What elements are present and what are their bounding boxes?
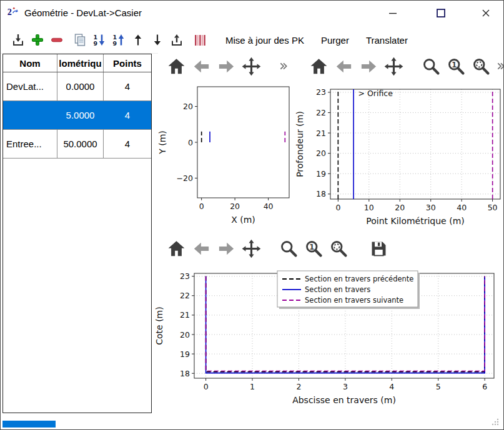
home-icon[interactable] [167, 57, 186, 76]
svg-text:Section en travers suivante: Section en travers suivante [305, 296, 403, 305]
column-header-points[interactable]: Points [104, 54, 151, 72]
svg-text:0: 0 [199, 202, 204, 211]
column-header-pk[interactable]: lométriqu [57, 54, 104, 72]
translate-button[interactable]: Translater [360, 32, 414, 49]
cross-section-plot[interactable]: 0123456181920212223Abscisse en travers (… [154, 266, 504, 419]
forward-icon[interactable] [217, 239, 236, 258]
resize-grip[interactable] [490, 417, 500, 426]
svg-text:21: 21 [316, 129, 326, 138]
svg-text:2: 2 [296, 382, 301, 391]
purge-button[interactable]: Purger [315, 32, 355, 49]
cell-points: 4 [104, 130, 151, 158]
cell-nom: DevLat... [3, 72, 57, 100]
column-header-nom[interactable]: Nom [3, 54, 57, 72]
svg-text:18: 18 [316, 189, 326, 198]
svg-text:18: 18 [180, 369, 190, 378]
save-icon[interactable] [369, 239, 388, 258]
svg-text:Y (m): Y (m) [157, 130, 167, 155]
status-progress-strip [2, 421, 56, 428]
svg-text:Abscisse en travers (m): Abscisse en travers (m) [292, 395, 396, 405]
svg-text:X (m): X (m) [231, 215, 255, 225]
back-icon[interactable] [192, 57, 211, 76]
titlebar: 2 Géométrie - DevLat->Casier [1, 1, 503, 24]
svg-text:19: 19 [180, 349, 190, 359]
svg-text:−20: −20 [177, 173, 193, 183]
svg-text:40: 40 [457, 203, 467, 212]
overflow-chevron-icon[interactable] [279, 61, 289, 72]
svg-text:0: 0 [188, 138, 193, 147]
import-icon[interactable] [11, 32, 26, 47]
table-row[interactable]: DevLat... 0.0000 4 [3, 72, 151, 101]
zoom-icon[interactable] [279, 239, 299, 258]
cell-pk: 50.0000 [57, 130, 104, 158]
svg-text:22: 22 [180, 291, 190, 300]
back-icon[interactable] [192, 239, 211, 258]
profile-plot-toolbar: 1 [300, 53, 504, 79]
forward-icon[interactable] [359, 57, 378, 76]
svg-text:0: 0 [204, 382, 209, 391]
plan-plot-toolbar [158, 53, 300, 79]
profile-view-plot[interactable]: 01020304050181920212223Point Kilométriqu… [294, 81, 504, 230]
remove-icon[interactable] [49, 32, 64, 47]
zoom-original-icon[interactable]: 1 [447, 57, 466, 76]
svg-text:20: 20 [180, 330, 190, 340]
sort-numeric-desc-icon[interactable]: 19 [92, 32, 107, 47]
copy-icon[interactable] [72, 32, 87, 47]
pan-icon[interactable] [242, 239, 261, 258]
svg-text:0: 0 [335, 203, 340, 212]
zoom-rect-icon[interactable] [329, 239, 348, 258]
svg-text:Section en travers: Section en travers [305, 285, 370, 294]
svg-text:19: 19 [316, 169, 326, 178]
back-icon[interactable] [334, 57, 353, 76]
table-header: Nom lométriqu Points [3, 54, 151, 72]
move-up-icon[interactable] [131, 32, 146, 47]
svg-text:1: 1 [309, 242, 314, 251]
svg-text:10: 10 [364, 203, 374, 212]
geometry-window: 2 Géométrie - DevLat->Casier 19 19 Mise … [0, 0, 504, 430]
close-button[interactable] [475, 4, 497, 22]
table-row[interactable]: Entree... 50.0000 4 [3, 130, 151, 159]
svg-text:20: 20 [183, 102, 193, 111]
update-pk-button[interactable]: Mise à jour des PK [219, 32, 310, 49]
svg-text:50: 50 [488, 203, 498, 212]
window-title: Géométrie - DevLat->Casier [24, 7, 142, 18]
cell-pk: 0.0000 [57, 72, 104, 100]
sort-numeric-asc-icon[interactable]: 19 [111, 32, 126, 47]
cell-nom [3, 101, 57, 129]
zoom-original-icon[interactable]: 1 [304, 239, 324, 258]
svg-text:20: 20 [230, 202, 240, 211]
table-row-selected[interactable]: 5.0000 4 [3, 101, 151, 130]
move-down-icon[interactable] [150, 32, 165, 47]
overflow-chevron-icon[interactable] [497, 61, 504, 72]
home-icon[interactable] [167, 239, 186, 258]
svg-text:5: 5 [436, 382, 441, 391]
pan-icon[interactable] [242, 57, 261, 76]
pk-ruler-icon[interactable] [192, 32, 207, 47]
svg-text:9: 9 [94, 40, 98, 47]
svg-text:23: 23 [180, 271, 190, 281]
pan-icon[interactable] [384, 57, 403, 76]
svg-text:22: 22 [316, 108, 326, 117]
plan-view-plot[interactable]: 02040−20020X (m)Y (m) [157, 81, 291, 230]
app-icon: 2 [7, 6, 19, 19]
svg-text:1: 1 [94, 34, 98, 41]
minimize-button[interactable] [382, 4, 403, 22]
home-icon[interactable] [309, 57, 329, 76]
svg-text:21: 21 [180, 310, 190, 320]
main-toolbar: 19 19 Mise à jour des PK Purger Translat… [1, 27, 503, 54]
svg-text:1: 1 [452, 60, 457, 69]
zoom-rect-icon[interactable] [472, 57, 491, 76]
zoom-icon[interactable] [422, 57, 441, 76]
export-icon[interactable] [169, 32, 184, 47]
svg-text:40: 40 [264, 202, 274, 211]
svg-text:30: 30 [426, 203, 436, 212]
cell-points: 4 [104, 72, 151, 100]
cell-pk: 5.0000 [57, 101, 104, 129]
svg-text:Point Kilométrique (m): Point Kilométrique (m) [366, 216, 465, 226]
svg-text:20: 20 [395, 203, 405, 212]
forward-icon[interactable] [217, 57, 236, 76]
maximize-button[interactable] [430, 4, 452, 22]
add-icon[interactable] [30, 32, 45, 47]
sections-table: Nom lométriqu Points DevLat... 0.0000 4 … [2, 54, 152, 413]
svg-text:9: 9 [113, 40, 117, 47]
